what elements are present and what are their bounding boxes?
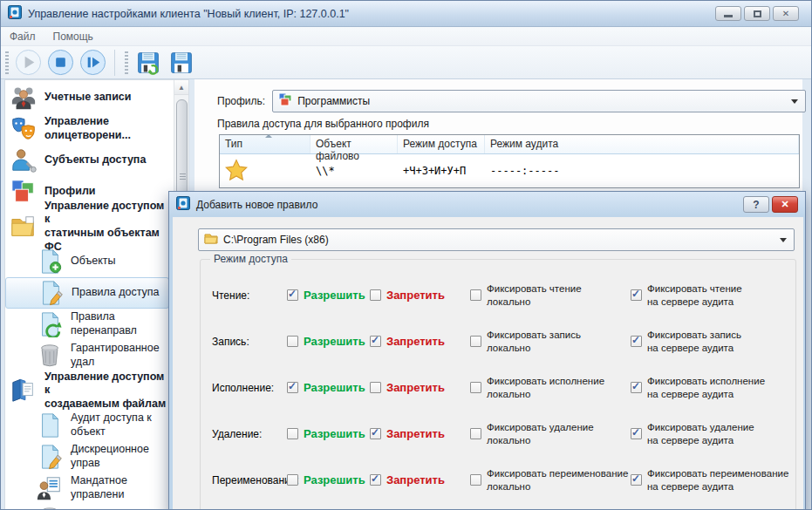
sidebar-item-page-sync[interactable]: Правила перенаправл [5,309,173,340]
app-window: Управление настройками клиента "Новый кл… [0,0,812,510]
log-server-checkbox[interactable]: ✓ [631,382,642,393]
column-header-3[interactable]: Режим доступа [398,135,485,153]
deny-label[interactable]: Запретить [386,427,445,440]
scrollbar-thumb[interactable] [176,99,188,200]
column-header-4[interactable]: Режим аудита [485,135,799,153]
deny-checkbox[interactable] [370,382,381,393]
allow-group: Разрешить [287,427,370,440]
deny-label[interactable]: Запретить [386,335,445,348]
log-local-checkbox[interactable] [470,474,481,486]
profile-combobox[interactable]: Программисты [272,90,806,112]
access-row: Чтение:✓РазрешитьЗапретитьФиксировать чт… [201,272,795,318]
log-local-checkbox[interactable] [470,289,481,301]
deny-group: ✓Запретить [370,473,470,486]
sidebar-item-partial[interactable] [5,504,173,510]
maximize-button[interactable] [744,6,770,21]
log-local-checkbox[interactable] [470,336,481,347]
access-row: Удаление:Разрешить✓ЗапретитьФиксировать … [201,411,795,457]
menubar: Файл Помощь [1,27,812,46]
log-server-checkbox[interactable]: ✓ [631,289,642,301]
sidebar-list: Учетные записиУправление олицетворени...… [5,80,173,510]
deny-group: Запретить [370,289,470,302]
stop-button[interactable] [47,49,74,76]
play-button[interactable] [15,49,42,76]
path-combobox[interactable]: C:\Program Files (x86) [198,228,795,251]
sidebar-item-book-files[interactable]: Управление доступом к создаваемым файлам [5,371,173,410]
sidebar-item-page-edit[interactable]: Правила доступа [5,277,169,309]
operation-label: Запись: [201,336,287,348]
sidebar-item-users[interactable]: Учетные записи [5,82,173,113]
deny-label[interactable]: Запретить [386,473,445,486]
access-rows: Чтение:✓РазрешитьЗапретитьФиксировать чт… [201,260,795,503]
deny-checkbox[interactable]: ✓ [370,336,381,347]
scroll-up-button[interactable]: ▲ [174,80,188,95]
sidebar-item-label: Управление доступом к создаваемым файлам [44,371,173,411]
log-local-label: Фиксировать запись локально [487,329,581,355]
menu-item-file[interactable]: Файл [1,29,44,44]
allow-checkbox[interactable]: ✓ [287,289,298,301]
deny-checkbox[interactable]: ✓ [370,428,381,439]
sidebar-item-subject[interactable]: Субъекты доступа [5,145,173,176]
table-row[interactable]: \\* +Ч+З+И+У+П -----:----- [220,154,799,187]
operation-label: Удаление: [201,428,287,440]
column-header-1[interactable]: Тип [220,135,310,153]
allow-checkbox[interactable] [287,474,298,486]
deny-label[interactable]: Запретить [386,381,445,394]
close-button[interactable]: ✕ [773,6,799,21]
log-local-group: Фиксировать исполнение локально [470,375,631,401]
sidebar-item-label: Субъекты доступа [44,153,146,167]
menu-item-help[interactable]: Помощь [44,29,102,44]
allow-label[interactable]: Разрешить [304,381,365,394]
allow-label[interactable]: Разрешить [304,427,365,440]
page-add-icon [37,248,63,275]
log-server-checkbox[interactable]: ✓ [631,474,642,486]
titlebar[interactable]: Управление настройками клиента "Новый кл… [1,1,812,27]
toolbar [1,46,812,79]
column-header-2[interactable]: Объект файлово [310,135,398,153]
dialog-close-button[interactable]: ✕ [772,196,798,213]
allow-checkbox[interactable] [287,336,298,347]
deny-checkbox[interactable] [370,289,381,301]
allow-checkbox[interactable] [287,428,298,439]
log-local-label: Фиксировать исполнение локально [487,375,604,401]
access-mode-group: Режим доступа Чтение:✓РазрешитьЗапретить… [200,259,796,510]
dialog-titlebar[interactable]: Добавить новое правило [169,192,805,217]
allow-group: ✓Разрешить [287,289,370,302]
profiles-icon [278,92,292,110]
allow-label[interactable]: Разрешить [304,335,365,348]
dialog-help-button[interactable]: ? [743,196,769,213]
deny-checkbox[interactable]: ✓ [370,474,381,486]
log-server-checkbox[interactable]: ✓ [631,428,642,439]
allow-label[interactable]: Разрешить [304,289,365,302]
minimize-button[interactable] [715,6,741,21]
save-button[interactable] [168,50,194,76]
sidebar-item-folder-fs[interactable]: Управление доступом к статичным объектам… [5,207,173,246]
sidebar-item-masks[interactable]: Управление олицетворени... [5,113,173,145]
window-controls: ✕ [715,6,799,21]
deny-label[interactable]: Запретить [386,289,445,302]
log-server-checkbox[interactable]: ✓ [631,336,642,347]
page-edit-icon [37,444,63,470]
add-rule-dialog: Добавить новое правило ? ✕ C:\Program Fi… [168,191,806,510]
check-icon: ✓ [631,380,640,392]
allow-checkbox[interactable]: ✓ [287,382,298,393]
sidebar-item-page-add[interactable]: Объекты [5,246,173,277]
sidebar-item-person-doc[interactable]: Мандатное управлени [5,473,173,504]
folder-icon [204,231,218,248]
log-local-group: Фиксировать удаление локально [470,421,631,447]
log-local-checkbox[interactable] [470,428,481,439]
allow-label[interactable]: Разрешить [304,473,365,486]
profiles-icon [10,179,37,205]
sidebar-item-label: Управление олицетворени... [44,115,173,142]
log-local-checkbox[interactable] [470,382,481,393]
log-server-group: ✓Фиксировать запись на сервере аудита [631,329,795,355]
save-sync-button[interactable] [135,50,161,76]
sidebar-item-trash[interactable]: Гарантированное удал [5,340,173,371]
sidebar-item-page-edit[interactable]: Дискреционное управ [5,441,173,473]
check-icon: ✓ [288,380,297,392]
check-icon: ✓ [631,473,640,485]
step-button[interactable] [79,49,106,76]
close-icon: ✕ [781,199,788,210]
sidebar-item-page-plain[interactable]: Аудит доступа к объект [5,410,173,441]
log-local-group: Фиксировать переименование локально [470,467,631,493]
